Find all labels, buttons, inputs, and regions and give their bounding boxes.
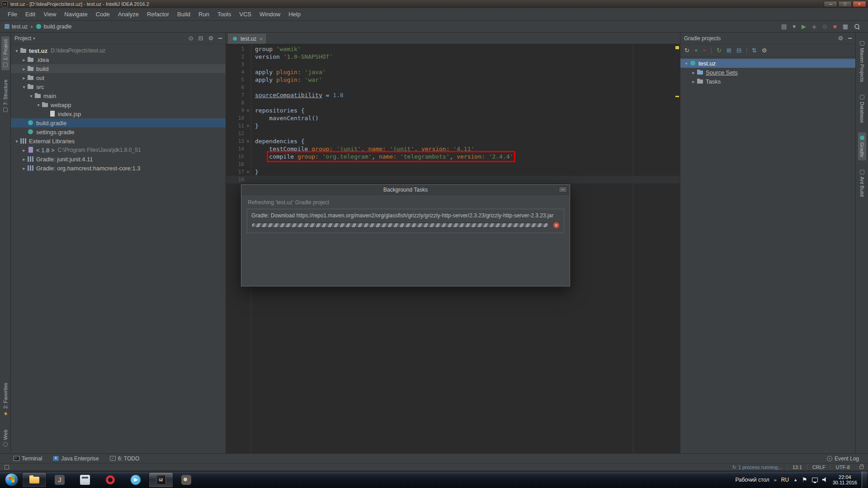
code-line-11[interactable]: 11⊟} [226, 122, 680, 130]
tree-collapsed-arrow[interactable]: ▸ [21, 148, 27, 153]
taskbar-java[interactable] [47, 472, 72, 488]
profile-icon[interactable]: ⊙ [822, 23, 827, 29]
gradle-tree-node-tasks[interactable]: ▸Tasks [680, 77, 855, 86]
tree-expanded-arrow[interactable]: ▾ [28, 94, 34, 99]
menu-tools[interactable]: Tools [213, 9, 235, 19]
cancel-task-button[interactable]: ✕ [553, 222, 560, 229]
menu-window[interactable]: Window [255, 9, 284, 19]
code-line-18[interactable]: 18 [226, 176, 680, 183]
tree-collapsed-arrow[interactable]: ▸ [21, 157, 27, 162]
start-button[interactable] [1, 472, 22, 488]
tree-collapsed-arrow[interactable]: ▸ [21, 75, 27, 80]
menu-edit[interactable]: Edit [21, 9, 39, 19]
taskbar-gimp[interactable] [174, 472, 198, 488]
project-tree-node-webapp[interactable]: ▾webapp [11, 100, 226, 109]
fold-icon[interactable]: ⊟ [245, 168, 251, 176]
code-line-8[interactable]: 8 [226, 99, 680, 107]
code-line-1[interactable]: 1group 'wamik' [226, 45, 680, 53]
line-separator-indicator[interactable]: CRLF [807, 465, 830, 470]
tab-close-icon[interactable]: × [259, 36, 262, 42]
network-icon[interactable] [812, 478, 818, 482]
gradle-tree-node-test-uz[interactable]: ▾test.uz [680, 59, 855, 68]
clock[interactable]: 22:04 30.11.2016 [833, 474, 857, 485]
gradle-panel-header[interactable]: Gradle projects ⚙━ [680, 33, 855, 44]
tree-collapsed-arrow[interactable]: ▸ [21, 66, 27, 71]
taskbar-opera[interactable] [98, 472, 123, 488]
stripe-button-1-project[interactable]: 1: Project [1, 36, 9, 70]
stripe-button-7-structure[interactable]: 7: Structure [1, 76, 9, 115]
taskbar-telegram[interactable] [123, 472, 148, 488]
menu-file[interactable]: File [4, 9, 21, 19]
code-line-5[interactable]: 5apply plugin: 'war' [226, 76, 680, 84]
project-tree-node-settings-gradle[interactable]: settings.gradle [11, 127, 226, 136]
project-view-dropdown-icon[interactable]: ▾ [33, 36, 35, 41]
stop-icon[interactable]: ■ [833, 23, 837, 29]
lock-icon[interactable] [859, 466, 863, 469]
taskbar-intellij-idea[interactable] [149, 472, 173, 488]
stripe-button-2-favorites[interactable]: 2: Favorites [1, 380, 9, 420]
locate-file-icon[interactable]: ⊙ [189, 35, 193, 41]
tree-expanded-arrow[interactable]: ▾ [21, 84, 27, 89]
code-line-2[interactable]: 2version '1.0-SNAPSHOT' [226, 53, 680, 61]
minimize-button[interactable]: ─ [824, 1, 837, 7]
code-line-14[interactable]: 14 testCompile group: 'junit', name: 'ju… [226, 145, 680, 153]
project-tree-node-test-uz[interactable]: ▾test.uzD:\IdeaProjects\test.uz [11, 46, 226, 55]
attach-project-icon[interactable]: + [694, 47, 698, 53]
taskbar-calculator[interactable] [73, 472, 97, 488]
settings-icon[interactable]: ⚙ [208, 35, 214, 41]
toolwindow-button-java-enterprise[interactable]: Java Enterprise [53, 455, 99, 462]
toolwindow-switcher-icon[interactable] [5, 465, 9, 469]
gradle-tree-node-source-sets[interactable]: ▸Source Sets [680, 68, 855, 77]
hide-panel-icon[interactable]: ━ [218, 35, 222, 41]
refresh-dependencies-icon[interactable]: ↻ [717, 47, 722, 53]
tree-expanded-arrow[interactable]: ▾ [35, 103, 42, 108]
tree-expanded-arrow[interactable]: ▾ [14, 139, 20, 144]
file-encoding-indicator[interactable]: UTF-8 [830, 465, 855, 470]
settings-icon[interactable]: ⚙ [838, 35, 844, 41]
menu-run[interactable]: Run [194, 9, 213, 19]
project-tree-node-build-gradle[interactable]: build.gradle [11, 118, 226, 127]
code-line-17[interactable]: 17⊟} [226, 168, 680, 176]
close-button[interactable]: × [853, 1, 866, 7]
show-hidden-icons[interactable]: ▲ [793, 478, 797, 482]
tree-collapsed-arrow[interactable]: ▸ [690, 70, 697, 75]
project-panel-header[interactable]: Project ▾ ⊙⊟⚙━ [11, 33, 226, 44]
collapse-all-icon[interactable]: ⊟ [198, 35, 203, 41]
menu-build[interactable]: Build [173, 9, 194, 19]
code-line-12[interactable]: 12 [226, 130, 680, 137]
toolwindow-layout-icon[interactable]: ▦ [843, 23, 848, 29]
gradle-settings-icon[interactable]: ⚙ [762, 47, 767, 53]
expand-all-icon[interactable]: ⊞ [726, 47, 731, 53]
run-icon[interactable]: ▶ [802, 23, 806, 29]
menu-view[interactable]: View [39, 9, 60, 19]
code-line-13[interactable]: 13⊟dependencies { [226, 137, 680, 145]
menu-navigate[interactable]: Navigate [60, 9, 91, 19]
project-tree-node-gradle-org-hamcrest-hamcrest-core-1-3[interactable]: ▸Gradle: org.hamcrest:hamcrest-core:1.3 [11, 164, 226, 173]
fold-icon[interactable]: ⊟ [245, 122, 251, 130]
toolwindow-button-event-log[interactable]: Event Log [827, 455, 859, 462]
tree-collapsed-arrow[interactable]: ▸ [690, 79, 697, 84]
breadcrumb-item-build-gradle[interactable]: build.gradle [36, 23, 71, 30]
volume-icon[interactable] [822, 477, 828, 482]
background-process-status[interactable]: ↻ 1 process running... [727, 465, 787, 470]
stripe-button-gradle[interactable]: Gradle [858, 132, 866, 160]
stripe-button-ant-build[interactable]: Ant Build [858, 167, 866, 200]
language-indicator[interactable]: RU [781, 477, 789, 483]
project-tree-node-src[interactable]: ▾src [11, 82, 226, 91]
menu-code[interactable]: Code [92, 9, 114, 19]
code-line-4[interactable]: 4apply plugin: 'java' [226, 68, 680, 76]
code-line-9[interactable]: 9⊟repositories { [226, 107, 680, 114]
toolwindow-button-6-todo[interactable]: 6: TODO [110, 455, 140, 462]
project-tree-node-gradle-junit-junit-4-11[interactable]: ▸Gradle: junit:junit:4.11 [11, 155, 226, 164]
menu-vcs[interactable]: VCS [235, 9, 255, 19]
project-tree-node-1-8[interactable]: ▸< 1.8 >C:\Program Files\Java\jdk1.8.0_5… [11, 145, 226, 155]
action-center-flag-icon[interactable]: ⚑ [802, 477, 807, 483]
detach-project-icon[interactable]: − [703, 47, 707, 53]
toggle-offline-icon[interactable]: ⇅ [752, 47, 757, 53]
maximize-button[interactable]: □ [838, 1, 852, 7]
code-line-7[interactable]: 7sourceCompatibility = 1.8 [226, 91, 680, 99]
tree-expanded-arrow[interactable]: ▾ [683, 61, 689, 66]
project-tree-node-index-jsp[interactable]: index.jsp [11, 109, 226, 118]
show-desktop-button[interactable] [862, 471, 867, 488]
tree-collapsed-arrow[interactable]: ▸ [21, 166, 27, 171]
